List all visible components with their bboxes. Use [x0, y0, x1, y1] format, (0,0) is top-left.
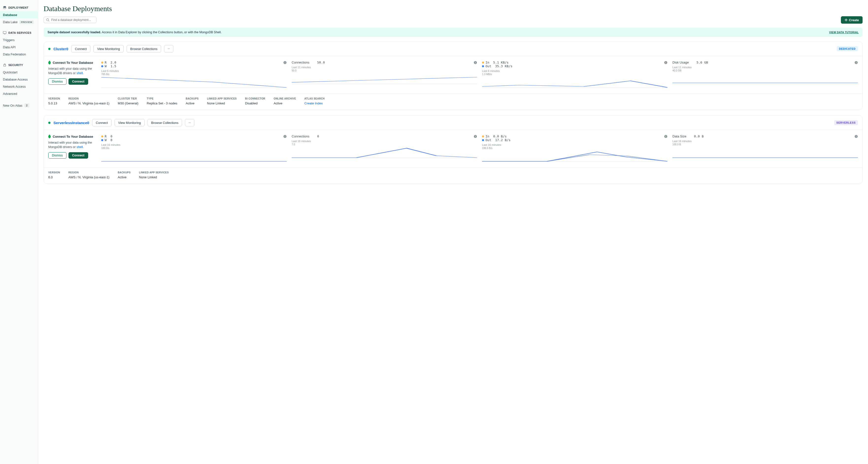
- sidebar-item-quickstart[interactable]: Quickstart: [0, 69, 38, 76]
- view-monitoring-button[interactable]: View Monitoring: [93, 45, 123, 53]
- svg-point-37: [665, 135, 666, 136]
- main-content: Database Deployments Create Sample datas…: [38, 0, 868, 464]
- svg-point-41: [856, 135, 857, 136]
- footer-value: Active: [118, 175, 130, 179]
- view-data-tutorial-link[interactable]: VIEW DATA TUTORIAL: [829, 31, 859, 34]
- footer-item: ATLAS SEARCH Create Index: [305, 97, 324, 105]
- more-actions-button[interactable]: [164, 45, 174, 53]
- status-dot: [48, 122, 51, 124]
- svg-point-14: [475, 62, 476, 62]
- svg-rect-3: [4, 65, 6, 66]
- svg-point-10: [285, 62, 285, 62]
- ellipsis-icon: [189, 122, 191, 123]
- more-actions-button[interactable]: [185, 119, 194, 126]
- footer-item: ONLINE ARCHIVE Active: [274, 97, 296, 105]
- status-dot: [48, 48, 51, 50]
- footer-item: VERSION 6.0: [48, 171, 60, 179]
- footer-value: Replica Set - 3 nodes: [147, 101, 177, 105]
- info-icon[interactable]: [664, 61, 668, 64]
- sidebar-item-advanced[interactable]: Advanced: [0, 90, 38, 97]
- svg-point-27: [190, 122, 191, 123]
- svg-point-33: [475, 135, 476, 136]
- database-icon: [3, 6, 6, 9]
- sidebar-section-data-services: DATA SERVICES: [0, 29, 38, 36]
- info-icon[interactable]: [855, 61, 858, 64]
- footer-value: AWS / N. Virginia (us-east-1): [68, 101, 110, 105]
- sidebar-item-data-api[interactable]: Data API: [0, 43, 38, 51]
- footer-item: REGION AWS / N. Virginia (us-east-1): [68, 171, 110, 179]
- metric-rw: R 0 W 0 Last 16 minutes100.0/s: [101, 134, 287, 162]
- sparkline-chart: [673, 72, 858, 84]
- search-input[interactable]: [43, 17, 97, 23]
- sparkline-chart: [291, 72, 477, 84]
- cluster-name-link[interactable]: Cluster0: [54, 47, 68, 51]
- sidebar-item-data-federation[interactable]: Data Federation: [0, 51, 38, 58]
- connect-button-inline[interactable]: Connect: [68, 152, 88, 159]
- sidebar-item-database-access[interactable]: Database Access: [0, 76, 38, 83]
- svg-point-6: [168, 49, 168, 49]
- browse-collections-button[interactable]: Browse Collections: [127, 45, 161, 53]
- svg-rect-1: [3, 32, 6, 34]
- footer-item: LINKED APP SERVICES None Linked: [139, 171, 169, 179]
- sidebar: DEPLOYMENT Database Data LakePREVIEW DAT…: [0, 0, 38, 464]
- create-button[interactable]: Create: [841, 16, 863, 24]
- search-wrap: [43, 17, 97, 23]
- info-icon[interactable]: [283, 61, 287, 64]
- sidebar-item-triggers[interactable]: Triggers: [0, 36, 38, 43]
- mongodb-leaf-icon: [48, 61, 51, 64]
- svg-point-8: [169, 49, 170, 49]
- page-title: Database Deployments: [43, 4, 863, 13]
- browse-collections-button[interactable]: Browse Collections: [148, 119, 182, 126]
- info-icon[interactable]: [474, 135, 477, 138]
- ellipsis-icon: [168, 48, 170, 49]
- shell-link[interactable]: shell: [76, 145, 83, 149]
- footer-value: AWS / N. Virginia (us-east-1): [68, 175, 110, 179]
- svg-point-25: [189, 122, 189, 123]
- sidebar-item-data-lake[interactable]: Data LakePREVIEW: [0, 19, 38, 26]
- sparkline-chart: [482, 150, 668, 162]
- svg-point-29: [285, 135, 285, 136]
- sidebar-item-database[interactable]: Database: [0, 11, 38, 19]
- svg-rect-23: [856, 62, 856, 63]
- sidebar-item-network-access[interactable]: Network Access: [0, 83, 38, 90]
- svg-line-5: [49, 21, 50, 22]
- preview-badge: PREVIEW: [20, 21, 34, 24]
- footer-value: None Linked: [139, 175, 169, 179]
- lock-icon: [3, 63, 6, 67]
- info-icon[interactable]: [664, 135, 668, 138]
- footer-value: 6.0: [48, 175, 60, 179]
- cluster-card: ServerlessInstance0 Connect View Monitor…: [43, 115, 863, 184]
- metric-io: In 0.0 B/s Out 17.2 B/s Last 16 minutes1…: [482, 134, 668, 162]
- metric-disk: Data Size 0.0 B Last 16 minutes100.0 B: [673, 134, 858, 162]
- cluster-name-link[interactable]: ServerlessInstance0: [54, 121, 89, 125]
- info-icon[interactable]: [474, 61, 477, 64]
- dismiss-button[interactable]: Dismiss: [48, 78, 66, 85]
- footer-item: BACKUPS Active: [118, 171, 130, 179]
- banner-sample-dataset: Sample dataset successfully loaded. Acce…: [43, 28, 863, 37]
- footer-item: CLUSTER TIER M30 (General): [118, 97, 138, 105]
- cluster-tag: SERVERLESS: [834, 120, 858, 125]
- count-badge: 2: [24, 103, 29, 107]
- card-footer: VERSION 5.0.13 REGION AWS / N. Virginia …: [44, 94, 862, 110]
- svg-point-26: [190, 122, 190, 123]
- sidebar-item-new-on-atlas[interactable]: New On Atlas 2: [0, 102, 38, 109]
- view-monitoring-button[interactable]: View Monitoring: [115, 119, 145, 126]
- svg-rect-42: [856, 136, 856, 137]
- info-icon[interactable]: [855, 135, 858, 138]
- cluster-tag: DEDICATED: [837, 46, 858, 51]
- info-icon[interactable]: [283, 135, 287, 138]
- dismiss-button[interactable]: Dismiss: [48, 152, 66, 159]
- metric-io: In 5.1 KB/s Out 35.3 KB/s Last 6 minutes…: [482, 61, 668, 89]
- connect-button[interactable]: Connect: [92, 119, 111, 126]
- svg-point-18: [665, 62, 666, 62]
- connect-button-inline[interactable]: Connect: [68, 78, 88, 85]
- footer-value: M30 (General): [118, 101, 138, 105]
- footer-value[interactable]: Create Index: [305, 101, 324, 105]
- connect-block: Connect To Your Database Interact with y…: [48, 134, 96, 162]
- card-footer: VERSION 6.0 REGION AWS / N. Virginia (us…: [44, 168, 862, 184]
- shell-link[interactable]: shell: [76, 71, 83, 75]
- cluster-card: Cluster0 Connect View Monitoring Browse …: [43, 41, 863, 110]
- footer-item: BI CONNECTOR Disabled: [245, 97, 265, 105]
- sparkline-chart: [291, 146, 477, 158]
- connect-button[interactable]: Connect: [71, 45, 90, 53]
